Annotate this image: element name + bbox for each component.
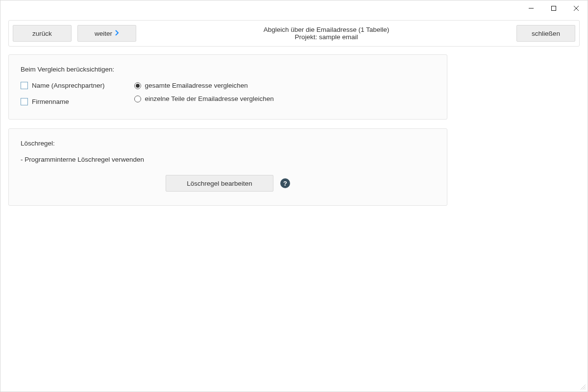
edit-delete-rule-button[interactable]: Löschregel bearbeiten <box>166 175 273 192</box>
delete-rule-line: - Programminterne Löschregel verwenden <box>21 156 435 163</box>
minimize-icon <box>529 6 534 11</box>
compare-panel-heading: Beim Vergleich berücksichtigen: <box>21 66 435 73</box>
back-button-label: zurück <box>32 30 52 37</box>
close-icon <box>574 6 579 11</box>
radio-full-row: gesamte Emailadresse vergleichen <box>134 82 274 89</box>
delete-rule-panel: Löschregel: - Programminterne Löschregel… <box>8 128 447 206</box>
close-window-button[interactable] <box>565 0 588 16</box>
delete-rule-heading: Löschregel: <box>21 140 435 147</box>
chevron-right-icon <box>115 30 119 37</box>
wizard-title: Abgleich über die Emailadresse (1 Tabell… <box>264 26 389 33</box>
wizard-project: Projekt: sample email <box>294 33 358 41</box>
resize-grip-icon[interactable] <box>579 383 586 390</box>
check-company-checkbox[interactable] <box>21 98 28 105</box>
delete-rule-lines: - Programminterne Löschregel verwenden <box>21 156 435 163</box>
forward-button-label: weiter <box>95 30 112 37</box>
radio-parts-label: einzelne Teile der Emailadresse vergleic… <box>145 95 274 102</box>
check-name-label: Name (Ansprechpartner) <box>32 82 105 89</box>
minimize-button[interactable] <box>520 0 542 16</box>
close-button[interactable]: schließen <box>516 25 575 42</box>
radio-parts-row: einzelne Teile der Emailadresse vergleic… <box>134 95 274 102</box>
svg-rect-1 <box>552 6 556 11</box>
svg-line-6 <box>585 389 586 390</box>
radio-parts[interactable] <box>134 96 141 102</box>
content-area: Beim Vergleich berücksichtigen: Name (An… <box>8 54 447 206</box>
wizard-toolbar: zurück weiter Abgleich über die Emailadr… <box>8 20 580 47</box>
compare-panel: Beim Vergleich berücksichtigen: Name (An… <box>8 54 447 120</box>
edit-delete-rule-label: Löschregel bearbeiten <box>187 180 252 187</box>
help-icon-glyph: ? <box>283 180 287 187</box>
maximize-icon <box>551 6 556 11</box>
check-company-label: Firmenname <box>32 98 69 105</box>
maximize-button[interactable] <box>542 0 565 16</box>
forward-button[interactable]: weiter <box>77 25 136 42</box>
check-company-row: Firmenname <box>21 98 105 105</box>
back-button[interactable]: zurück <box>13 25 72 42</box>
radio-full-label: gesamte Emailadresse vergleichen <box>145 82 248 89</box>
check-name-row: Name (Ansprechpartner) <box>21 82 105 89</box>
check-name-checkbox[interactable] <box>21 82 28 89</box>
close-button-label: schließen <box>532 30 560 37</box>
titlebar <box>0 0 588 16</box>
wizard-title-block: Abgleich über die Emailadresse (1 Tabell… <box>142 26 511 41</box>
help-icon[interactable]: ? <box>280 178 290 188</box>
radio-full[interactable] <box>134 82 141 89</box>
app-window: zurück weiter Abgleich über die Emailadr… <box>0 0 588 392</box>
